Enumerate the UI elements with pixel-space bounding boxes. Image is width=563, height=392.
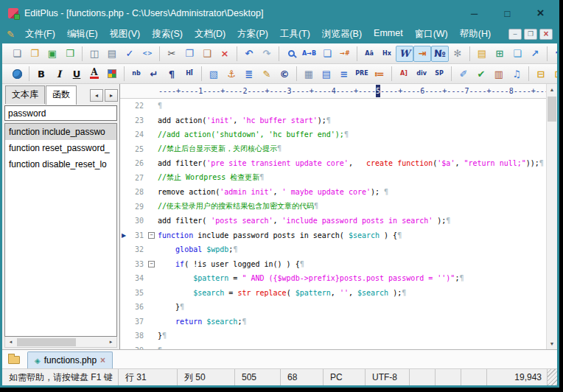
italic-button[interactable]: I	[50, 66, 68, 82]
delete-button[interactable]: ×	[216, 46, 234, 62]
mdi-close-button[interactable]: ×	[539, 29, 553, 40]
menu-item[interactable]: 搜索(S)	[146, 26, 189, 43]
close-button[interactable]: ×	[524, 2, 557, 24]
paragraph-center-button[interactable]: ≡	[335, 66, 353, 82]
function-search-input[interactable]	[4, 105, 117, 121]
copy-button[interactable]: ❐	[181, 46, 198, 62]
menu-item[interactable]: 方案(P)	[231, 26, 274, 43]
code-line[interactable]: 22¶	[120, 99, 546, 113]
image-button[interactable]: ▧	[205, 66, 223, 82]
div-tag-button[interactable]: div	[413, 66, 430, 82]
hex-viewer-button[interactable]: Hx	[378, 46, 396, 62]
line-numbers-button[interactable]: №	[431, 46, 449, 62]
note-button[interactable]: ✎	[258, 66, 276, 82]
auto-indent-button[interactable]: ⇥	[413, 46, 431, 62]
fold-collapse-icon[interactable]: −	[148, 261, 155, 267]
spell-check-button[interactable]: ✓	[121, 46, 139, 62]
menu-item[interactable]: 文件(F)	[19, 26, 61, 43]
function-list-item[interactable]: function include_passwo	[5, 124, 116, 140]
mdi-restore-button[interactable]: ❐	[524, 29, 537, 40]
print-preview-button[interactable]: ◫	[85, 46, 103, 62]
function-list-item[interactable]: function reset_password_	[5, 140, 116, 156]
save-all-button[interactable]: ❒	[61, 46, 79, 62]
heading-button[interactable]: HĪ	[181, 66, 198, 82]
menu-item[interactable]: 窗口(W)	[409, 26, 454, 43]
code-line[interactable]: 27//禁止 Wordpress 检查更新¶	[120, 171, 546, 186]
sidebar-hscrollbar[interactable]: ◂ ▸	[4, 337, 117, 348]
fold-collapse-icon[interactable]: −	[148, 232, 155, 239]
code-line[interactable]: 35 $search = str_replace( $pattern, '', …	[120, 286, 546, 301]
menu-item[interactable]: 文档(D)	[189, 26, 231, 43]
tab-close-icon[interactable]: ×	[100, 356, 105, 365]
code-line[interactable]: 25//禁止后台显示更新，关闭核心提示¶	[120, 142, 546, 157]
browser-button[interactable]	[8, 66, 26, 82]
code-line[interactable]: 33− if( !is_user_logged_in() ) {¶	[120, 257, 546, 272]
menu-item[interactable]: 视图(V)	[104, 26, 147, 43]
open-in-browser-button[interactable]: ↗	[526, 46, 544, 62]
bold-button[interactable]: B	[32, 66, 50, 82]
nonbreaking-space-button[interactable]: nb	[127, 66, 145, 82]
document-tab[interactable]: ◈ functions.php ×	[27, 351, 113, 368]
vscroll-up-arrow[interactable]: ▲	[547, 84, 557, 95]
line-break-button[interactable]: ↵	[145, 66, 163, 82]
menu-item[interactable]: Emmet	[368, 26, 409, 43]
print-button[interactable]: ▤	[103, 46, 121, 62]
code-line[interactable]: 39¶	[120, 343, 546, 350]
vscroll-down-arrow[interactable]: ▼	[547, 338, 557, 349]
tab-scroll-left-button[interactable]: ◂	[90, 89, 103, 102]
open-file-button[interactable]: ❐	[26, 46, 43, 62]
form-field-button[interactable]: ⊟	[532, 66, 550, 82]
view-in-browser-button[interactable]: ❏	[508, 46, 526, 62]
function-list-item[interactable]: function disable_reset_lo	[5, 156, 116, 172]
paste-button[interactable]: ❑	[198, 46, 216, 62]
paragraph-left-button[interactable]: ▤	[318, 66, 335, 82]
code-line[interactable]: 37 return $search;¶	[120, 315, 546, 329]
minimize-button[interactable]: ─	[458, 2, 491, 24]
resize-grip[interactable]	[548, 369, 557, 385]
underline-button[interactable]: U	[68, 66, 85, 82]
context-help-button[interactable]: ↖?	[550, 46, 557, 62]
audio-button[interactable]: ♫	[508, 66, 525, 82]
code-line[interactable]: 24//add_action('shutdown', 'hc_buffer_en…	[120, 127, 546, 142]
code-line[interactable]: 36 }¶	[120, 300, 546, 315]
undo-button[interactable]: ↶	[240, 46, 258, 62]
hscroll-thumb[interactable]	[17, 338, 76, 346]
code-line[interactable]: 34 $pattern = " AND ({$wpdb->prefix}post…	[120, 271, 546, 286]
menu-item[interactable]: 帮助(H)	[454, 26, 497, 43]
syntax-check-button[interactable]: ✔	[472, 66, 490, 82]
editor-vscrollbar[interactable]: ▲ ▼	[546, 84, 557, 349]
script-button[interactable]: ✐	[455, 66, 472, 82]
span-tag-button[interactable]: SP	[430, 66, 448, 82]
find-in-files-button[interactable]: ❏	[318, 46, 336, 62]
maximize-button[interactable]: □	[491, 2, 524, 24]
code-line[interactable]: 29//使未登录用户的搜索结果包含加密文章的代码¶	[120, 200, 546, 214]
paragraph-button[interactable]: ¶	[163, 66, 181, 82]
sidebar-tab-inactive[interactable]: 文本库	[5, 85, 45, 104]
word-wrap-button[interactable]: W	[396, 46, 413, 62]
anchor-button[interactable]: ⚓	[223, 66, 240, 82]
code-line[interactable]: 30add_filter( 'posts_search', 'include_p…	[120, 214, 546, 228]
split-window-button[interactable]: ⊞	[491, 46, 508, 62]
directory-window-button[interactable]	[5, 351, 23, 368]
table-button[interactable]: ▦	[300, 66, 318, 82]
copyright-button[interactable]: ©	[276, 66, 293, 82]
menu-item[interactable]: 编辑(E)	[61, 26, 104, 43]
preferences-button[interactable]: ✻	[449, 46, 466, 62]
form-button-button[interactable]: ⊡	[550, 66, 557, 82]
code-line[interactable]: 23add_action('init', 'hc_buffer_start');…	[120, 113, 546, 128]
anchor-link-button[interactable]: A]	[395, 66, 413, 82]
replace-button[interactable]: A→B	[300, 46, 318, 62]
vscroll-track[interactable]	[547, 95, 557, 338]
new-file-button[interactable]: ❏	[8, 46, 26, 62]
color-palette-button[interactable]	[103, 66, 121, 82]
tab-scroll-right-button[interactable]: ▸	[105, 89, 118, 102]
code-line[interactable]: ▶31−function include_password_posts_in_s…	[120, 228, 546, 243]
code-line[interactable]: 28remove_action('admin_init', '_maybe_up…	[120, 185, 546, 200]
toggle-case-button[interactable]: Aā	[360, 46, 378, 62]
html-tags-button[interactable]: <>	[139, 46, 156, 62]
hscroll-right-arrow[interactable]: ▸	[105, 337, 116, 347]
hscroll-left-arrow[interactable]: ◂	[5, 337, 16, 347]
vscroll-thumb[interactable]	[548, 97, 556, 122]
media-button[interactable]: ▥	[490, 66, 508, 82]
mdi-minimize-button[interactable]: –	[508, 29, 522, 40]
